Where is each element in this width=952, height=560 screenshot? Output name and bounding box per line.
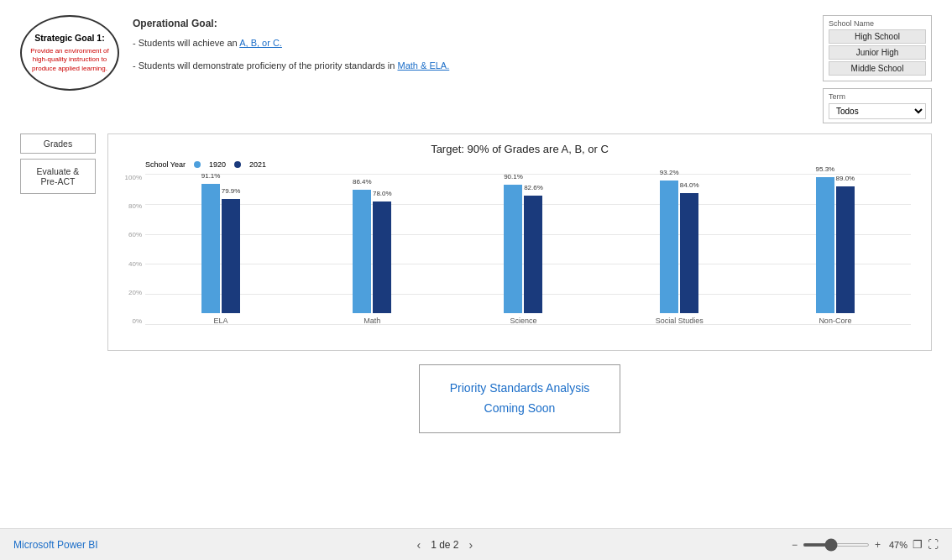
bar-science-1920-label: 90.1% <box>504 173 523 181</box>
y-label-40: 40% <box>120 260 145 268</box>
operational-goal-section: Operational Goal: - Students will achiev… <box>133 15 809 123</box>
main-content: Strategic Goal 1: Provide an environment… <box>0 0 952 528</box>
right-filter-area: School Name High School Junior High Midd… <box>823 15 932 123</box>
fit-icons-area: ❐ ⛶ <box>913 538 939 551</box>
bar-noncore-2021-label: 89.0% <box>836 175 855 182</box>
chart-legend: School Year 1920 2021 <box>145 160 919 169</box>
chart-wrapper: 0% 20% 40% 60% 80% 100% <box>120 174 919 342</box>
bar-social-2021-fill <box>680 193 698 313</box>
bar-group-social: 93.2% 84.0% Social Studies <box>656 181 704 325</box>
term-filter-label: Term <box>829 92 926 101</box>
bar-ela-1920-fill <box>201 184 220 313</box>
bar-noncore-2021: 89.0% <box>836 186 855 313</box>
y-label-0: 0% <box>120 317 145 325</box>
bar-ela-2021-label: 79.9% <box>222 187 241 195</box>
school-filter-box: School Name High School Junior High Midd… <box>823 15 932 81</box>
bar-noncore-2021-fill <box>836 186 855 313</box>
bar-social-xlabel: Social Studies <box>656 317 704 325</box>
school-filter-junior[interactable]: Junior High <box>829 45 926 60</box>
school-filter-label: School Name <box>829 19 926 28</box>
bar-group-science: 90.1% 82.6% Science <box>504 185 542 325</box>
legend-dot-1920 <box>194 161 201 168</box>
fit-page-button[interactable]: ❐ <box>913 538 923 551</box>
legend-year1: 1920 <box>209 160 226 169</box>
bar-pair-noncore: 95.3% 89.0% <box>816 177 855 313</box>
bar-noncore-1920-label: 95.3% <box>816 165 835 173</box>
fullscreen-button[interactable]: ⛶ <box>928 538 939 551</box>
y-label-80: 80% <box>120 202 145 210</box>
pagination-area: ‹ 1 de 2 › <box>413 536 476 553</box>
bar-social-1920: 93.2% <box>660 181 678 313</box>
top-section: Strategic Goal 1: Provide an environment… <box>20 15 932 123</box>
left-nav-area: Grades Evaluate &Pre-ACT <box>20 133 96 433</box>
term-select[interactable]: Todos <box>829 103 926 119</box>
bar-science-1920-fill <box>504 185 522 313</box>
bar-math-2021-fill <box>373 201 391 313</box>
bar-pair-math: 86.4% 78.0% <box>353 190 391 313</box>
bar-noncore-1920-fill <box>816 177 834 313</box>
chart-and-priority-area: Target: 90% of Grades are A, B, or C Sch… <box>107 133 932 433</box>
zoom-level-text: 47% <box>889 540 908 550</box>
y-axis: 0% 20% 40% 60% 80% 100% <box>120 174 145 325</box>
priority-box-wrapper: Priority Standards Analysis Coming Soon <box>107 364 932 433</box>
bar-ela-xlabel: ELA <box>214 317 228 325</box>
bar-ela-1920: 91.1% <box>201 184 220 313</box>
priority-line1: Priority Standards Analysis <box>440 379 599 399</box>
pagination-text: 1 de 2 <box>431 539 458 551</box>
grades-button[interactable]: Grades <box>20 133 96 154</box>
bar-math-1920-label: 86.4% <box>353 178 372 186</box>
legend-year2: 2021 <box>249 160 266 169</box>
bar-noncore-1920: 95.3% <box>816 177 834 313</box>
y-label-100: 100% <box>120 174 145 181</box>
powerbi-link[interactable]: Microsoft Power BI <box>13 539 98 551</box>
y-label-20: 20% <box>120 289 145 296</box>
bar-ela-2021-fill <box>222 199 240 313</box>
bar-math-1920-fill <box>353 190 371 313</box>
bar-noncore-xlabel: Non-Core <box>819 317 851 325</box>
y-label-60: 60% <box>120 231 145 238</box>
bar-math-1920: 86.4% <box>353 190 371 313</box>
operational-goal-bullet1: - Students will achieve an A, B, or C. <box>133 35 809 51</box>
school-filter-middle[interactable]: Middle School <box>829 61 926 76</box>
page-prev-button[interactable]: ‹ <box>413 536 424 553</box>
bar-science-2021-label: 82.6% <box>524 184 543 191</box>
bar-math-2021-label: 78.0% <box>373 190 392 197</box>
bar-group-math: 86.4% 78.0% Math <box>353 190 391 325</box>
legend-dot-2021 <box>234 161 241 168</box>
bar-math-xlabel: Math <box>364 317 380 325</box>
zoom-out-button[interactable]: − <box>792 539 798 551</box>
zoom-area: − + 47% ❐ ⛶ <box>792 538 939 551</box>
bar-math-2021: 78.0% <box>373 201 391 313</box>
school-filter-high[interactable]: High School <box>829 29 926 44</box>
chart-title: Target: 90% of Grades are A, B, or C <box>120 143 919 155</box>
priority-line2: Coming Soon <box>440 399 599 419</box>
bar-ela-2021: 79.9% <box>222 199 240 313</box>
operational-goal-title: Operational Goal: <box>133 15 809 32</box>
bars-container: 91.1% 79.9% ELA <box>145 174 911 325</box>
bar-social-2021: 84.0% <box>680 193 698 313</box>
middle-section: Grades Evaluate &Pre-ACT Target: 90% of … <box>20 133 932 433</box>
bottom-bar: Microsoft Power BI ‹ 1 de 2 › − + 47% ❐ … <box>0 528 952 560</box>
strategic-goal-circle: Strategic Goal 1: Provide an environment… <box>20 15 119 91</box>
bar-group-noncore: 95.3% 89.0% Non-Core <box>816 177 855 325</box>
bar-science-2021: 82.6% <box>524 196 542 313</box>
page-next-button[interactable]: › <box>466 536 477 553</box>
strategic-goal-description: Provide an environment of high-quality i… <box>29 47 111 73</box>
bar-science-xlabel: Science <box>510 317 536 325</box>
bar-ela-1920-label: 91.1% <box>201 172 221 180</box>
bar-pair-science: 90.1% 82.6% <box>504 185 542 313</box>
bar-social-1920-fill <box>660 181 678 313</box>
priority-standards-box: Priority Standards Analysis Coming Soon <box>419 364 620 433</box>
chart-area: Target: 90% of Grades are A, B, or C Sch… <box>107 133 932 351</box>
bar-social-2021-label: 84.0% <box>680 181 699 189</box>
zoom-in-button[interactable]: + <box>875 539 881 551</box>
evaluate-button[interactable]: Evaluate &Pre-ACT <box>20 159 96 194</box>
operational-goal-bullet2: - Students will demonstrate proficieny o… <box>133 58 809 74</box>
strategic-goal-title: Strategic Goal 1: <box>34 33 104 44</box>
term-filter-box: Term Todos <box>823 88 932 123</box>
bar-pair-social: 93.2% 84.0% <box>660 181 698 313</box>
bar-social-1920-label: 93.2% <box>660 169 679 176</box>
bar-pair-ela: 91.1% 79.9% <box>201 184 240 313</box>
zoom-slider[interactable] <box>803 543 870 547</box>
bar-group-ela: 91.1% 79.9% ELA <box>201 184 240 325</box>
